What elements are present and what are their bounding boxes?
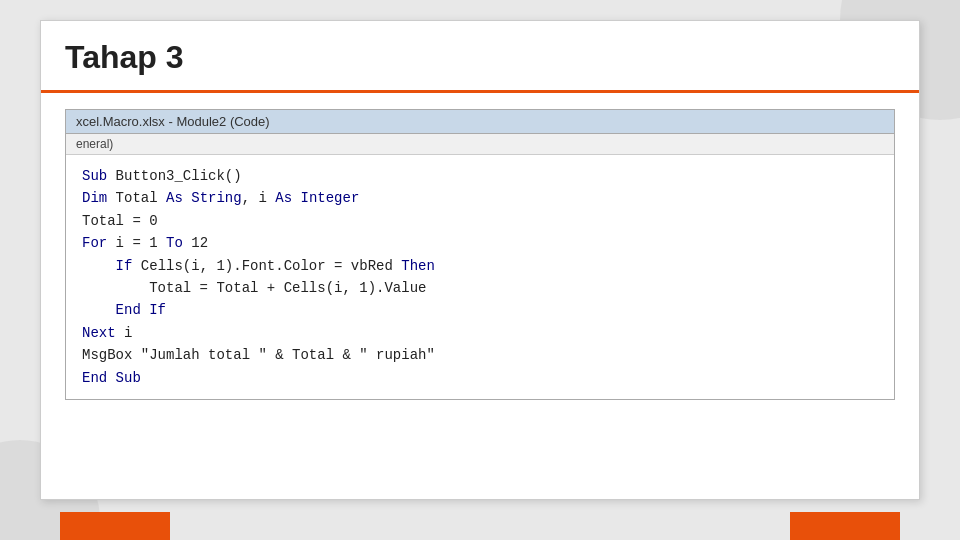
title-bar: Tahap 3 <box>41 21 919 93</box>
code-line-10: End Sub <box>82 367 878 389</box>
code-line-7: End If <box>82 299 878 321</box>
main-content-card: Tahap 3 xcel.Macro.xlsx - Module2 (Code)… <box>40 20 920 500</box>
code-line-8: Next i <box>82 322 878 344</box>
code-window-toolbar: eneral) <box>66 134 894 155</box>
code-line-2: Dim Total As String, i As Integer <box>82 187 878 209</box>
code-line-3: Total = 0 <box>82 210 878 232</box>
code-area: Sub Button3_Click() Dim Total As String,… <box>66 155 894 399</box>
accent-bar-left <box>60 512 170 540</box>
code-window-titlebar: xcel.Macro.xlsx - Module2 (Code) <box>66 110 894 134</box>
code-line-5: If Cells(i, 1).Font.Color = vbRed Then <box>82 255 878 277</box>
code-line-9: MsgBox "Jumlah total " & Total & " rupia… <box>82 344 878 366</box>
code-line-1: Sub Button3_Click() <box>82 165 878 187</box>
code-window: xcel.Macro.xlsx - Module2 (Code) eneral)… <box>65 109 895 400</box>
page-title: Tahap 3 <box>65 39 184 75</box>
code-line-4: For i = 1 To 12 <box>82 232 878 254</box>
code-line-6: Total = Total + Cells(i, 1).Value <box>82 277 878 299</box>
accent-bar-right <box>790 512 900 540</box>
